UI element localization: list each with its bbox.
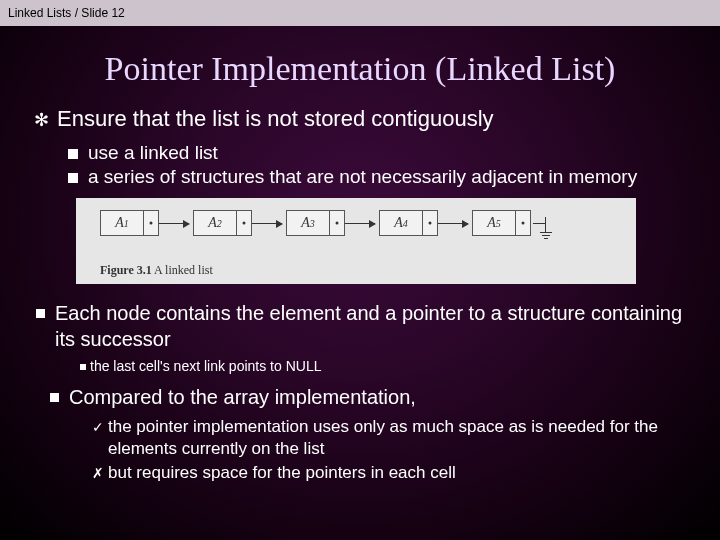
arrow-icon xyxy=(159,223,189,224)
bullet-main-text: Ensure that the list is not stored conti… xyxy=(57,106,494,132)
list-node: A3 xyxy=(286,210,379,236)
figure-caption-bold: Figure 3.1 xyxy=(100,263,152,277)
sub-bullet-para3-2-text: but requires space for the pointers in e… xyxy=(108,462,456,484)
slide-body: ✻ Ensure that the list is not stored con… xyxy=(0,106,720,484)
small-square-bullet-icon xyxy=(80,364,86,370)
asterisk-icon: ✻ xyxy=(34,106,49,134)
node-box: A4 xyxy=(379,210,438,236)
sub-bullet-2: a series of structures that are not nece… xyxy=(68,166,686,188)
list-node: A2 xyxy=(193,210,286,236)
sub-bullet-para2: the last cell's next link points to NULL xyxy=(80,358,686,374)
list-node: A1 xyxy=(100,210,193,236)
node-pointer xyxy=(516,211,530,235)
sub-bullet-2-text: a series of structures that are not nece… xyxy=(88,166,637,188)
square-bullet-icon xyxy=(36,309,45,318)
bullet-para-3-text: Compared to the array implementation, xyxy=(69,384,416,410)
node-value: A1 xyxy=(101,211,144,235)
node-pointer xyxy=(237,211,251,235)
node-box: A3 xyxy=(286,210,345,236)
arrow-icon xyxy=(252,223,282,224)
slide: Linked Lists / Slide 12 Pointer Implemen… xyxy=(0,0,720,540)
sub-bullet-para2-text: the last cell's next link points to NULL xyxy=(90,358,321,374)
header-strip: Linked Lists / Slide 12 xyxy=(0,0,720,26)
list-node: A4 xyxy=(379,210,472,236)
bullet-para-2-text: Each node contains the element and a poi… xyxy=(55,300,686,352)
bullet-main: ✻ Ensure that the list is not stored con… xyxy=(34,106,686,134)
slide-title: Pointer Implementation (Linked List) xyxy=(0,50,720,88)
list-node: A5 xyxy=(472,210,557,236)
node-pointer xyxy=(330,211,344,235)
check-icon: ✓ xyxy=(92,416,104,438)
sub-bullet-para3-1: ✓ the pointer implementation uses only a… xyxy=(92,416,686,460)
node-pointer xyxy=(144,211,158,235)
arrow-icon xyxy=(345,223,375,224)
null-ground-icon xyxy=(533,211,557,235)
square-bullet-icon xyxy=(68,173,78,183)
cross-icon: ✗ xyxy=(92,462,104,484)
figure-row: A1 A2 A3 xyxy=(76,210,636,236)
sub-bullet-1-text: use a linked list xyxy=(88,142,218,164)
node-box: A5 xyxy=(472,210,531,236)
node-value: A2 xyxy=(194,211,237,235)
node-value: A4 xyxy=(380,211,423,235)
figure-caption: Figure 3.1 A linked list xyxy=(100,263,213,278)
node-box: A1 xyxy=(100,210,159,236)
node-value: A3 xyxy=(287,211,330,235)
square-bullet-icon xyxy=(50,393,59,402)
sub-bullet-para3-1-text: the pointer implementation uses only as … xyxy=(108,416,686,460)
linked-list-figure: A1 A2 A3 xyxy=(76,198,636,284)
bullet-para-3: Compared to the array implementation, xyxy=(48,384,686,410)
header-text: Linked Lists / Slide 12 xyxy=(8,6,125,20)
sub-bullet-para3-2: ✗ but requires space for the pointers in… xyxy=(92,462,686,484)
bullet-para-2: Each node contains the element and a poi… xyxy=(34,300,686,352)
figure-caption-rest: A linked list xyxy=(152,263,213,277)
square-bullet-icon xyxy=(68,149,78,159)
node-pointer xyxy=(423,211,437,235)
arrow-icon xyxy=(438,223,468,224)
node-value: A5 xyxy=(473,211,516,235)
node-box: A2 xyxy=(193,210,252,236)
sub-bullet-1: use a linked list xyxy=(68,142,686,164)
